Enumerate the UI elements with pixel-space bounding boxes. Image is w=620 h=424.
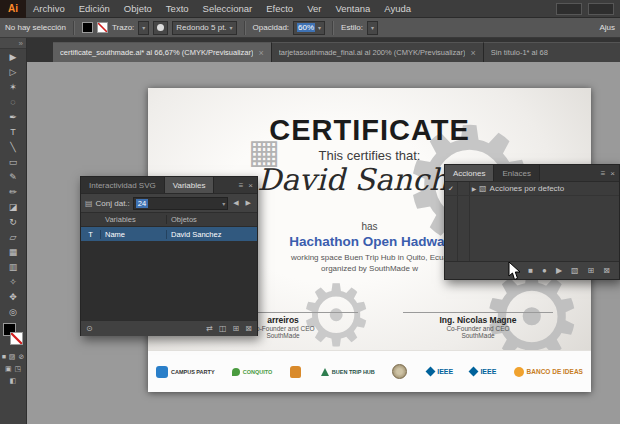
dataset-select[interactable]: 24 ▾ xyxy=(133,197,228,210)
selection-tool[interactable]: ▶ xyxy=(0,49,26,64)
previous-dataset-button[interactable]: ◀ xyxy=(231,199,240,207)
divider xyxy=(73,21,75,35)
zoom-tool[interactable]: ◎ xyxy=(0,304,26,319)
new-action-icon[interactable]: ⊞ xyxy=(588,266,595,275)
document-tab-certificate[interactable]: certificate_southmade.ai* al 66,67% (CMY… xyxy=(53,42,272,62)
mouse-cursor xyxy=(508,261,522,285)
new-set-icon[interactable]: ▧ xyxy=(571,266,579,275)
panel-tab-bar: Acciones Enlaces ≡ × xyxy=(445,165,619,182)
fill-color-swatch[interactable] xyxy=(82,22,93,33)
pencil-tool[interactable]: ✏ xyxy=(0,184,26,199)
draw-normal-icon[interactable]: ▣ xyxy=(5,365,12,373)
sponsor-label: BUEN TRIP HUB xyxy=(332,369,375,375)
mesh-tool[interactable]: ▦ xyxy=(0,244,26,259)
menu-item-ver[interactable]: Ver xyxy=(300,0,328,18)
scale-tool[interactable]: ▱ xyxy=(0,229,26,244)
collapse-panel-icon[interactable]: » xyxy=(0,38,26,49)
variable-object: David Sanchez xyxy=(167,230,257,239)
menu-item-ayuda[interactable]: Ayuda xyxy=(377,0,418,18)
record-icon[interactable]: ● xyxy=(542,266,547,275)
variable-name: Name xyxy=(101,230,167,239)
stop-icon[interactable]: ■ xyxy=(528,266,533,275)
panel-menu-icon[interactable]: ≡ xyxy=(601,169,606,178)
menu-item-seleccionar[interactable]: Seleccionar xyxy=(196,0,260,18)
workspace-switcher-button[interactable] xyxy=(556,3,582,15)
rectangle-tool[interactable]: ▭ xyxy=(0,154,26,169)
tab-variables[interactable]: Variables xyxy=(165,177,215,193)
stroke-width-select[interactable]: ▾ xyxy=(138,21,149,35)
eraser-tool[interactable]: ◪ xyxy=(0,199,26,214)
leaf-icon xyxy=(232,368,240,376)
opacity-select[interactable]: 60% ▾ xyxy=(293,21,325,35)
magic-wand-tool[interactable]: ✶ xyxy=(0,79,26,94)
tab-acciones[interactable]: Acciones xyxy=(445,165,494,181)
rotate-tool[interactable]: ↻ xyxy=(0,214,26,229)
expand-triangle-icon[interactable]: ▶ xyxy=(469,185,479,192)
panel-menu-icon[interactable]: ≡ xyxy=(239,181,244,190)
close-icon[interactable]: × xyxy=(610,169,615,178)
signature-role: Co-Founder and CEO xyxy=(403,325,553,332)
lasso-tool[interactable]: ◌ xyxy=(0,94,26,109)
close-icon[interactable]: × xyxy=(258,48,263,58)
dataset-toolbar: ▤ Conj dat.: 24 ▾ ◀ ▶ xyxy=(81,194,257,213)
duplicate-variable-icon[interactable]: ◫ xyxy=(219,324,227,333)
close-icon[interactable]: × xyxy=(470,48,475,58)
certificate-subtitle: This certifies that: xyxy=(148,148,591,163)
gradient-tool[interactable]: ▥ xyxy=(0,259,26,274)
type-tool[interactable]: T xyxy=(0,124,26,139)
variable-row-name[interactable]: T Name David Sanchez xyxy=(81,227,257,241)
play-icon[interactable]: ▶ xyxy=(556,266,562,275)
action-set-row[interactable]: ✓ ▶ ▧ Acciones por defecto xyxy=(445,182,619,196)
chevron-down-icon: ▾ xyxy=(222,200,225,207)
color-mode-icon[interactable]: ■ xyxy=(2,353,6,361)
diamond-icon xyxy=(426,367,436,377)
fill-stroke-controls xyxy=(0,323,26,349)
paintbrush-tool[interactable]: ✎ xyxy=(0,169,26,184)
eyedropper-tool[interactable]: ✧ xyxy=(0,274,26,289)
menu-item-efecto[interactable]: Efecto xyxy=(259,0,300,18)
align-label: Ajus xyxy=(599,23,615,32)
document-tab-tarjeta[interactable]: tarjetasouthmade_final.ai al 200% (CMYK/… xyxy=(272,42,484,62)
swap-variable-icon[interactable]: ⇄ xyxy=(206,324,213,333)
app-bar-button[interactable] xyxy=(588,3,614,15)
line-segment-tool[interactable]: ╲ xyxy=(0,139,26,154)
chevron-down-icon: ▾ xyxy=(318,24,321,31)
brush-value: Redondo 5 pt. xyxy=(176,23,226,32)
delete-variable-icon[interactable]: ⊠ xyxy=(245,324,252,333)
tab-interactividad-svg[interactable]: Interactividad SVG xyxy=(81,177,165,193)
dataset-value: 24 xyxy=(136,199,148,208)
signature-org: SouthMade xyxy=(403,332,553,339)
screen-mode-icon[interactable]: ◧ xyxy=(10,377,17,385)
document-tab-sin-titulo[interactable]: Sin título-1* al 68 xyxy=(484,42,620,62)
draw-mode-row: ▣ ◳ xyxy=(0,365,26,373)
lock-icon[interactable]: ⊙ xyxy=(86,324,93,333)
menu-item-texto[interactable]: Texto xyxy=(159,0,196,18)
illustrator-logo: Ai xyxy=(0,0,26,18)
menu-item-archivo[interactable]: Archivo xyxy=(26,0,72,18)
toggle-item-check-icon[interactable]: ✓ xyxy=(445,185,457,193)
next-dataset-button[interactable]: ▶ xyxy=(244,199,253,207)
none-mode-icon[interactable]: ⊘ xyxy=(18,353,24,361)
stroke-color-swatch[interactable] xyxy=(97,22,108,33)
delete-icon[interactable]: ⊠ xyxy=(603,266,610,275)
ieee-logo: IEEE xyxy=(427,368,453,375)
stroke-swatch[interactable] xyxy=(10,332,23,345)
menu-item-edicion[interactable]: Edición xyxy=(72,0,117,18)
gradient-mode-icon[interactable]: ▨ xyxy=(9,353,16,361)
signature-name: Ing. Nicolas Magne xyxy=(403,312,553,325)
brush-preview[interactable] xyxy=(153,21,168,35)
hand-tool[interactable]: ✥ xyxy=(0,289,26,304)
dialog-toggle-cell[interactable] xyxy=(457,182,469,195)
text-variable-icon: T xyxy=(81,230,101,239)
direct-selection-tool[interactable]: ▷ xyxy=(0,64,26,79)
brush-select[interactable]: Redondo 5 pt. ▾ xyxy=(172,21,236,35)
pen-tool[interactable]: ✒ xyxy=(0,109,26,124)
sponsor-label: IEEE xyxy=(437,368,453,375)
menu-item-ventana[interactable]: Ventana xyxy=(328,0,377,18)
close-icon[interactable]: × xyxy=(248,181,253,190)
new-variable-icon[interactable]: ⊞ xyxy=(233,324,240,333)
draw-behind-icon[interactable]: ◳ xyxy=(15,365,22,373)
style-select[interactable]: ▾ xyxy=(367,21,378,35)
tab-enlaces[interactable]: Enlaces xyxy=(494,165,539,181)
menu-item-objeto[interactable]: Objeto xyxy=(117,0,159,18)
